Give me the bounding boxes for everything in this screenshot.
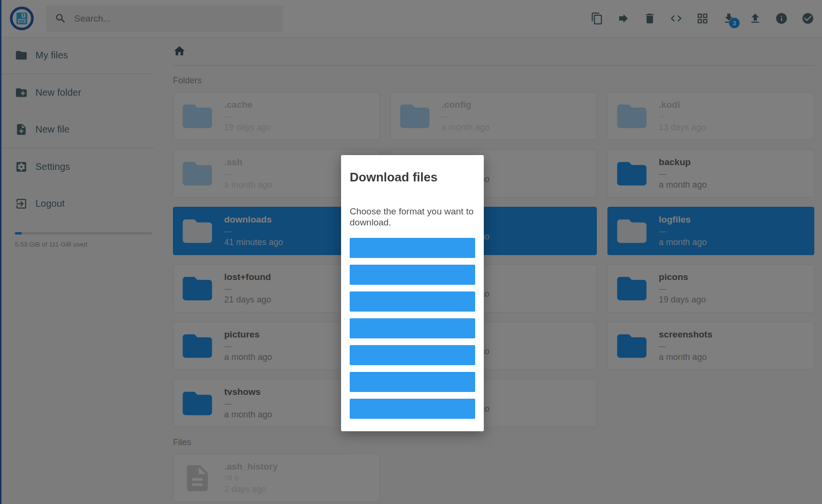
dialog-description: Choose the format you want to download.: [350, 206, 475, 228]
format-download-button[interactable]: [350, 345, 475, 365]
dialog-title: Download files: [350, 170, 475, 184]
download-files-dialog: Download files Choose the format you wan…: [341, 155, 484, 431]
format-download-button[interactable]: [350, 265, 475, 285]
format-button-list: [350, 238, 475, 419]
format-download-button[interactable]: [350, 372, 475, 392]
format-download-button[interactable]: [350, 238, 475, 258]
format-download-button[interactable]: [350, 399, 475, 419]
format-download-button[interactable]: [350, 318, 475, 338]
format-download-button[interactable]: [350, 291, 475, 312]
